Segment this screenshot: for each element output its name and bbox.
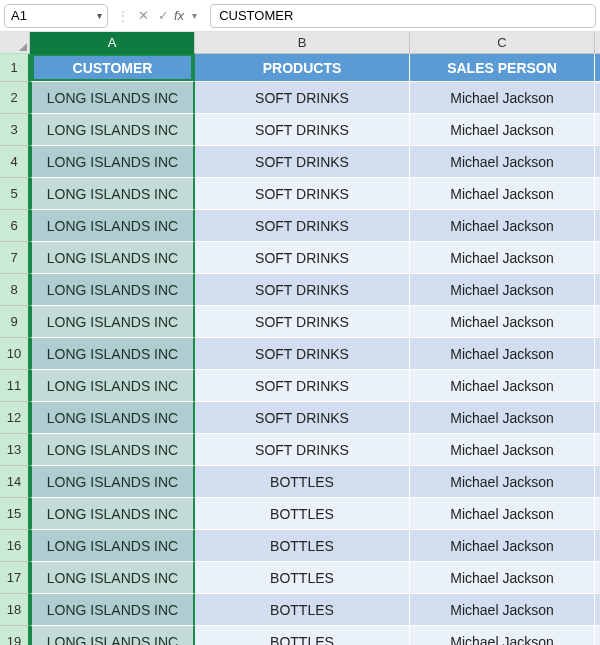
cell-overflow [595,210,600,242]
cell[interactable]: LONG ISLANDS INC [30,338,195,370]
cell-overflow [595,54,600,82]
cell-b1[interactable]: PRODUCTS [195,54,410,82]
cell[interactable]: SOFT DRINKS [195,114,410,146]
cell-overflow [595,178,600,210]
cell[interactable]: SOFT DRINKS [195,242,410,274]
cell[interactable]: Michael Jackson [410,114,595,146]
cell[interactable]: Michael Jackson [410,434,595,466]
row-header[interactable]: 10 [0,338,30,370]
cell[interactable]: Michael Jackson [410,242,595,274]
cell[interactable]: LONG ISLANDS INC [30,466,195,498]
cell[interactable]: Michael Jackson [410,626,595,645]
cell[interactable]: BOTTLES [195,498,410,530]
cell[interactable]: BOTTLES [195,562,410,594]
row-header[interactable]: 13 [0,434,30,466]
cell[interactable]: LONG ISLANDS INC [30,530,195,562]
row-header[interactable]: 14 [0,466,30,498]
cell-overflow [595,466,600,498]
cell[interactable]: LONG ISLANDS INC [30,114,195,146]
cell[interactable]: SOFT DRINKS [195,306,410,338]
column-header-c[interactable]: C [410,32,595,54]
row-header[interactable]: 1 [0,54,30,82]
cell[interactable]: LONG ISLANDS INC [30,242,195,274]
row-header[interactable]: 3 [0,114,30,146]
cell-overflow [595,498,600,530]
cell[interactable]: LONG ISLANDS INC [30,594,195,626]
column-header-overflow [595,32,600,54]
cell[interactable]: SOFT DRINKS [195,402,410,434]
cell-c1[interactable]: SALES PERSON [410,54,595,82]
cell[interactable]: Michael Jackson [410,466,595,498]
chevron-down-icon[interactable]: ▾ [186,10,202,21]
cell[interactable]: LONG ISLANDS INC [30,434,195,466]
spreadsheet-grid[interactable]: A B C 1 CUSTOMER PRODUCTS SALES PERSON 2… [0,32,600,645]
cell[interactable]: LONG ISLANDS INC [30,210,195,242]
cell-overflow [595,242,600,274]
column-header-a[interactable]: A [30,32,195,54]
formula-controls: ⋮ ✕ ✓ fx ▾ [108,8,208,24]
column-header-b[interactable]: B [195,32,410,54]
cell[interactable]: Michael Jackson [410,594,595,626]
cell[interactable]: LONG ISLANDS INC [30,178,195,210]
cell[interactable]: SOFT DRINKS [195,146,410,178]
cell[interactable]: LONG ISLANDS INC [30,626,195,645]
cell-a1[interactable]: CUSTOMER [30,54,195,82]
name-box-input[interactable] [5,8,91,23]
cell[interactable]: BOTTLES [195,626,410,645]
name-box[interactable]: ▾ [4,4,108,28]
cell-overflow [595,562,600,594]
row-header[interactable]: 6 [0,210,30,242]
accept-icon: ✓ [154,8,172,23]
cell[interactable]: LONG ISLANDS INC [30,370,195,402]
formula-input[interactable] [210,4,596,28]
cell[interactable]: LONG ISLANDS INC [30,562,195,594]
cell[interactable]: LONG ISLANDS INC [30,146,195,178]
cell[interactable]: Michael Jackson [410,146,595,178]
row-header[interactable]: 17 [0,562,30,594]
cell[interactable]: LONG ISLANDS INC [30,498,195,530]
row-header[interactable]: 2 [0,82,30,114]
cell[interactable]: LONG ISLANDS INC [30,402,195,434]
cell[interactable]: LONG ISLANDS INC [30,274,195,306]
row-header[interactable]: 4 [0,146,30,178]
cell[interactable]: BOTTLES [195,530,410,562]
cell[interactable]: Michael Jackson [410,338,595,370]
row-header[interactable]: 5 [0,178,30,210]
row-header[interactable]: 15 [0,498,30,530]
cell[interactable]: Michael Jackson [410,402,595,434]
cell[interactable]: LONG ISLANDS INC [30,306,195,338]
cell[interactable]: Michael Jackson [410,274,595,306]
select-all-corner[interactable] [0,32,30,54]
cell[interactable]: BOTTLES [195,594,410,626]
row-header[interactable]: 9 [0,306,30,338]
cell[interactable]: SOFT DRINKS [195,178,410,210]
cell[interactable]: Michael Jackson [410,82,595,114]
cell[interactable]: Michael Jackson [410,306,595,338]
cell[interactable]: SOFT DRINKS [195,274,410,306]
row-header[interactable]: 19 [0,626,30,645]
cell[interactable]: Michael Jackson [410,562,595,594]
chevron-down-icon[interactable]: ▾ [91,10,107,21]
cancel-icon: ✕ [134,8,152,23]
cell[interactable]: SOFT DRINKS [195,370,410,402]
cell[interactable]: Michael Jackson [410,178,595,210]
cell[interactable]: Michael Jackson [410,370,595,402]
cell[interactable]: BOTTLES [195,466,410,498]
cell[interactable]: SOFT DRINKS [195,82,410,114]
cell-overflow [595,594,600,626]
cell[interactable]: Michael Jackson [410,498,595,530]
row-header[interactable]: 11 [0,370,30,402]
cell[interactable]: SOFT DRINKS [195,338,410,370]
cell[interactable]: Michael Jackson [410,530,595,562]
cell-overflow [595,338,600,370]
fx-label[interactable]: fx [174,8,184,23]
row-header[interactable]: 18 [0,594,30,626]
row-header[interactable]: 8 [0,274,30,306]
cell[interactable]: SOFT DRINKS [195,210,410,242]
cell[interactable]: SOFT DRINKS [195,434,410,466]
row-header[interactable]: 12 [0,402,30,434]
row-header[interactable]: 7 [0,242,30,274]
cell[interactable]: Michael Jackson [410,210,595,242]
row-header[interactable]: 16 [0,530,30,562]
cell[interactable]: LONG ISLANDS INC [30,82,195,114]
